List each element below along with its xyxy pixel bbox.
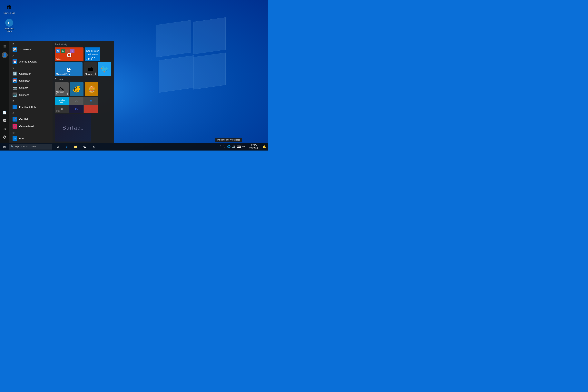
- play-cell-avatar: 👤: [84, 97, 98, 105]
- tiles-row-surface: Surface: [55, 114, 111, 142]
- burger-tile[interactable]: 🍔: [85, 82, 98, 96]
- connect-label: Connect: [19, 94, 28, 96]
- play-tile[interactable]: ▶ primevideo 🎮 👤 ⊞ Ps ✏ Play: [55, 97, 98, 113]
- file-explorer-button[interactable]: 📁: [71, 143, 80, 150]
- app-item-maps[interactable]: 🗺 Maps: [10, 142, 52, 143]
- fish-tile[interactable]: 🐠: [70, 82, 84, 96]
- calculator-icon: 🔢: [12, 71, 17, 76]
- explorer-icon: 📁: [74, 145, 78, 148]
- section-a: A: [10, 53, 52, 58]
- groove-icon: 🎵: [12, 124, 17, 128]
- productivity-section-label: Productivity: [55, 42, 111, 48]
- recycle-bin-label: Recycle Bin: [4, 12, 15, 14]
- documents-icon: 📄: [3, 111, 7, 114]
- edge-tile-label: Microsoft Edge: [55, 72, 72, 76]
- mail-tile[interactable]: See all yourmail in oneplace ✉ Mail: [85, 48, 100, 61]
- recycle-bin-icon: 🗑: [5, 3, 13, 11]
- app-item-alarms[interactable]: ⏰ Alarms & Clock: [10, 58, 52, 65]
- taskbar-clock[interactable]: 1:22 PM 7/21/2020: [247, 143, 260, 150]
- surface-ad-tile[interactable]: Surface: [55, 114, 91, 142]
- tiles-row-3: 🛍 ℹ Microsoft S... 🐠 🍔: [55, 82, 111, 96]
- tray-keyboard-icon[interactable]: ⌨: [236, 145, 241, 148]
- desktop-icon-recycle-bin[interactable]: 🗑 Recycle Bin: [2, 2, 16, 15]
- play-cell-ps: Ps: [70, 105, 84, 113]
- clock-time: 1:22 PM: [250, 144, 258, 146]
- edge-desktop-icon: e: [5, 19, 13, 27]
- twitter-bird-icon: 🐦: [100, 65, 109, 73]
- store-explore-tile[interactable]: 🛍 ℹ Microsoft S...: [55, 82, 68, 96]
- edge-taskbar-button[interactable]: e: [62, 143, 71, 150]
- play-tile-grid: ▶ primevideo 🎮 👤 ⊞ Ps ✏: [55, 97, 98, 113]
- start-app-list: # 🎲 3D Viewer A ⏰ Alarms & Clock C 🔢 Cal…: [10, 41, 52, 143]
- tray-chevron[interactable]: ^: [220, 145, 222, 148]
- get-help-label: Get Help: [19, 118, 29, 121]
- play-cell-prime: ▶ primevideo: [55, 97, 69, 105]
- windows-ink-tooltip: Windows Ink Workspace: [215, 138, 242, 142]
- edge-tile[interactable]: e Microsoft Edge: [55, 62, 82, 76]
- tray-icon-group: ^ 🛡 🌐 🔊 ⌨ ✏: [218, 145, 246, 148]
- desktop-icon-edge[interactable]: e Microsoft Edge: [2, 18, 16, 33]
- tray-shield-icon[interactable]: 🛡: [222, 145, 226, 148]
- app-item-groove[interactable]: 🎵 Groove Music: [10, 123, 52, 130]
- app-item-connect[interactable]: 📺 Connect: [10, 91, 52, 98]
- office-tile[interactable]: W X P N O Office: [55, 48, 84, 61]
- taskbar: ⊞ 🔍 Type here to search ⧉ e 📁 🛍 ✉ ^ 🛡 🌐 …: [0, 143, 268, 150]
- settings-button[interactable]: ⚙: [0, 125, 9, 133]
- power-icon: ⏻: [3, 136, 6, 139]
- section-c: C: [10, 65, 52, 70]
- store-tile-label: Microsoft S...: [55, 90, 68, 96]
- tiles-row-4: ▶ primevideo 🎮 👤 ⊞ Ps ✏ Play: [55, 97, 111, 113]
- start-button[interactable]: ⊞: [0, 143, 8, 150]
- store-taskbar-button[interactable]: 🛍: [80, 143, 89, 150]
- win-ink-icon[interactable]: ✏: [242, 145, 245, 148]
- connect-icon: 📺: [12, 92, 17, 97]
- camera-label: Camera: [19, 86, 28, 90]
- mail-label-text: Mail: [88, 58, 92, 60]
- user-avatar[interactable]: 👤: [2, 52, 8, 58]
- start-tiles-panel: Productivity W X P N O Office: [52, 41, 114, 143]
- notification-button[interactable]: 🔔: [261, 143, 268, 150]
- tiles-row-1: W X P N O Office See all yourmail in one…: [55, 48, 111, 61]
- power-button[interactable]: ⏻: [0, 133, 9, 141]
- app-item-3d-viewer[interactable]: 🎲 3D Viewer: [10, 46, 52, 53]
- taskbar-search-icon: 🔍: [10, 145, 14, 148]
- windows-logo-decoration: [150, 12, 232, 94]
- burger-tile-icon: 🍔: [88, 86, 95, 93]
- fish-tile-inner: 🐠: [70, 82, 84, 96]
- feedback-label: Feedback Hub: [19, 106, 36, 108]
- app-item-get-help[interactable]: ❓ Get Help: [10, 116, 52, 123]
- photos-sidebar-button[interactable]: 🖼: [0, 117, 9, 125]
- app-item-camera[interactable]: 📷 Camera: [10, 84, 52, 91]
- hamburger-button[interactable]: ☰: [0, 42, 9, 50]
- explore-section-label: Explore: [55, 77, 111, 82]
- app-item-mail[interactable]: ✉ Mail: [10, 135, 52, 142]
- feedback-icon: 👤: [12, 105, 17, 109]
- app-item-calendar[interactable]: 📅 Calendar: [10, 77, 52, 84]
- groove-label: Groove Music: [19, 125, 35, 128]
- app-item-feedback[interactable]: 👤 Feedback Hub: [10, 104, 52, 110]
- documents-button[interactable]: 📄: [0, 108, 9, 116]
- mail-taskbar-button[interactable]: ✉: [90, 143, 98, 150]
- photos-sidebar-icon: 🖼: [3, 119, 6, 122]
- start-left-strip: ☰ 👤 📄 🖼 ⚙ ⏻: [0, 41, 10, 143]
- windows-ink-tooltip-text: Windows Ink Workspace: [217, 138, 240, 141]
- tray-network-icon[interactable]: 🌐: [227, 145, 231, 148]
- taskbar-search[interactable]: 🔍 Type here to search: [9, 144, 52, 150]
- section-m: M: [10, 130, 52, 135]
- task-view-button[interactable]: ⧉: [53, 143, 62, 150]
- mail-list-label: Mail: [19, 137, 24, 140]
- calendar-label: Calendar: [19, 80, 30, 82]
- 3d-viewer-label: 3D Viewer: [19, 48, 31, 51]
- twitter-tile[interactable]: 🐦: [98, 62, 111, 76]
- alarms-label: Alarms & Clock: [19, 60, 37, 63]
- taskbar-search-text: Type here to search: [15, 145, 36, 148]
- photos-tile[interactable]: 🏔 ℹ Photos: [84, 62, 97, 76]
- ppt-mini-icon: P: [66, 48, 70, 53]
- office-tile-label: Office: [55, 57, 63, 61]
- excel-mini-icon: X: [61, 48, 65, 53]
- camera-icon: 📷: [12, 86, 17, 90]
- fish-tile-icon: 🐠: [72, 85, 81, 93]
- start-menu: ☰ 👤 📄 🖼 ⚙ ⏻ # 🎲 3D Viewer: [0, 41, 114, 143]
- app-item-calculator[interactable]: 🔢 Calculator: [10, 70, 52, 77]
- tray-volume-icon[interactable]: 🔊: [232, 145, 236, 148]
